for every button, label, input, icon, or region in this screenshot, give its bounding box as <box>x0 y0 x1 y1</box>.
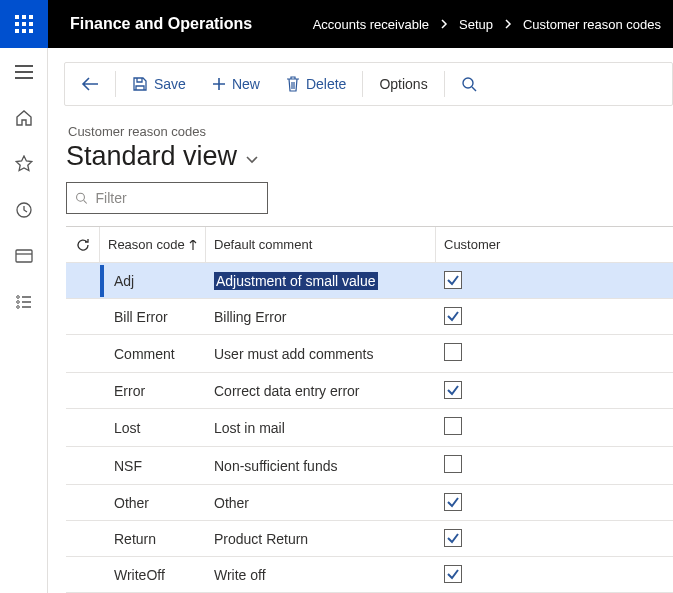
cell-default-comment[interactable]: Correct data entry error <box>206 375 436 407</box>
customer-checkbox[interactable] <box>444 307 462 325</box>
modules-button[interactable] <box>8 288 40 316</box>
table-row[interactable]: OtherOther <box>66 485 673 521</box>
table-row[interactable]: ErrorCorrect data entry error <box>66 373 673 409</box>
cell-default-comment[interactable]: Write off <box>206 559 436 591</box>
cell-reason-code[interactable]: Other <box>100 487 206 519</box>
save-icon <box>132 76 148 92</box>
grid-header: Reason code Default comment Customer <box>66 227 673 263</box>
svg-rect-5 <box>29 22 33 26</box>
workspaces-button[interactable] <box>8 242 40 270</box>
cell-reason-code[interactable]: Adj <box>100 265 206 297</box>
cell-reason-code[interactable]: Lost <box>100 412 206 444</box>
home-button[interactable] <box>8 104 40 132</box>
column-header-reason-code[interactable]: Reason code <box>100 227 206 262</box>
cell-customer <box>436 447 616 484</box>
divider <box>362 71 363 97</box>
back-button[interactable] <box>71 71 109 97</box>
cell-default-comment[interactable]: Other <box>206 487 436 519</box>
home-icon <box>15 109 33 127</box>
svg-rect-8 <box>29 29 33 33</box>
view-title: Standard view <box>66 141 237 172</box>
cell-default-comment[interactable]: Adjustment of small value <box>206 265 436 297</box>
options-label: Options <box>379 76 427 92</box>
breadcrumb-item[interactable]: Setup <box>459 17 493 32</box>
table-row[interactable]: LostLost in mail <box>66 409 673 447</box>
main-content: Save New Delete Options Customer reason … <box>48 48 673 593</box>
svg-rect-4 <box>22 22 26 26</box>
view-picker[interactable]: Standard view <box>66 141 673 172</box>
table-row[interactable]: WriteOffWrite off <box>66 557 673 593</box>
breadcrumb-item[interactable]: Customer reason codes <box>523 17 661 32</box>
svg-rect-7 <box>22 29 26 33</box>
cell-reason-code[interactable]: WriteOff <box>100 559 206 591</box>
app-launcher-button[interactable] <box>0 0 48 48</box>
list-icon <box>15 293 33 311</box>
cell-customer <box>436 521 616 556</box>
svg-rect-0 <box>15 15 19 19</box>
chevron-right-icon <box>503 17 513 32</box>
column-header-default-comment[interactable]: Default comment <box>206 227 436 262</box>
cell-reason-code[interactable]: Return <box>100 523 206 555</box>
hamburger-icon <box>15 65 33 79</box>
cell-reason-code[interactable]: Error <box>100 375 206 407</box>
svg-rect-3 <box>15 22 19 26</box>
cell-default-comment[interactable]: Lost in mail <box>206 412 436 444</box>
column-header-customer[interactable]: Customer <box>436 227 616 262</box>
customer-checkbox[interactable] <box>444 455 462 473</box>
delete-label: Delete <box>306 76 346 92</box>
filter-input[interactable] <box>94 189 259 207</box>
cell-default-comment[interactable]: User must add comments <box>206 338 436 370</box>
cell-default-comment[interactable]: Product Return <box>206 523 436 555</box>
top-bar: Finance and Operations Accounts receivab… <box>0 0 673 48</box>
table-row[interactable]: CommentUser must add comments <box>66 335 673 373</box>
filter-box[interactable] <box>66 182 268 214</box>
cell-customer <box>436 335 616 372</box>
app-title: Finance and Operations <box>48 15 274 33</box>
clock-icon <box>15 201 33 219</box>
search-button[interactable] <box>451 70 487 98</box>
left-nav-rail <box>0 48 48 593</box>
breadcrumb-item[interactable]: Accounts receivable <box>313 17 429 32</box>
chevron-right-icon <box>439 17 449 32</box>
customer-checkbox[interactable] <box>444 343 462 361</box>
cell-reason-code[interactable]: Comment <box>100 338 206 370</box>
save-button[interactable]: Save <box>122 70 196 98</box>
delete-button[interactable]: Delete <box>276 70 356 98</box>
cell-reason-code[interactable]: Bill Error <box>100 301 206 333</box>
table-row[interactable]: Bill ErrorBilling Error <box>66 299 673 335</box>
table-row[interactable]: NSFNon-sufficient funds <box>66 447 673 485</box>
customer-checkbox[interactable] <box>444 493 462 511</box>
customer-checkbox[interactable] <box>444 271 462 289</box>
refresh-button[interactable] <box>66 227 100 262</box>
data-grid: Reason code Default comment Customer Adj… <box>66 226 673 593</box>
customer-checkbox[interactable] <box>444 529 462 547</box>
hamburger-button[interactable] <box>8 58 40 86</box>
search-icon <box>75 191 88 205</box>
svg-point-13 <box>16 306 19 309</box>
customer-checkbox[interactable] <box>444 417 462 435</box>
customer-checkbox[interactable] <box>444 565 462 583</box>
workspace-icon <box>15 247 33 265</box>
breadcrumb: Accounts receivable Setup Customer reaso… <box>313 17 673 32</box>
recent-button[interactable] <box>8 196 40 224</box>
page-subtitle: Customer reason codes <box>68 124 673 139</box>
action-bar: Save New Delete Options <box>64 62 673 106</box>
table-row[interactable]: ReturnProduct Return <box>66 521 673 557</box>
new-label: New <box>232 76 260 92</box>
sort-asc-icon <box>189 240 197 250</box>
favorites-button[interactable] <box>8 150 40 178</box>
cell-default-comment[interactable]: Billing Error <box>206 301 436 333</box>
cell-customer <box>436 557 616 592</box>
table-row[interactable]: AdjAdjustment of small value <box>66 263 673 299</box>
waffle-icon <box>15 15 33 33</box>
cell-reason-code[interactable]: NSF <box>100 450 206 482</box>
svg-rect-1 <box>22 15 26 19</box>
customer-checkbox[interactable] <box>444 381 462 399</box>
options-button[interactable]: Options <box>369 70 437 98</box>
cell-default-comment[interactable]: Non-sufficient funds <box>206 450 436 482</box>
cell-customer <box>436 409 616 446</box>
svg-rect-6 <box>15 29 19 33</box>
svg-point-15 <box>77 193 85 201</box>
cell-customer <box>436 299 616 334</box>
new-button[interactable]: New <box>202 70 270 98</box>
